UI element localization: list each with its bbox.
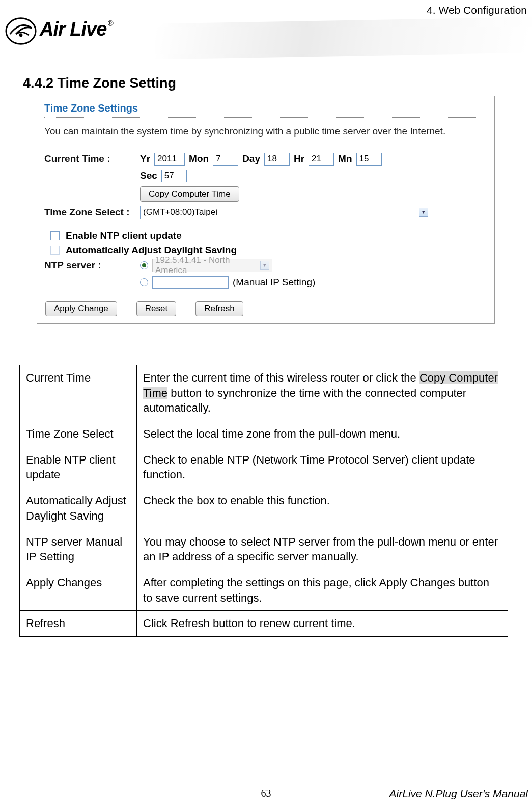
hr-label: Hr — [294, 153, 304, 165]
copy-computer-time-button[interactable]: Copy Computer Time — [140, 186, 239, 202]
enable-ntp-label: Enable NTP client update — [66, 230, 182, 241]
table-row: Refresh Click Refresh button to renew cu… — [20, 611, 508, 637]
param-desc: You may choose to select NTP server from… — [137, 529, 508, 570]
dst-row: Automatically Adjust Daylight Saving — [50, 245, 487, 256]
refresh-button[interactable]: Refresh — [195, 301, 243, 316]
current-time-row: Current Time : Yr Mon Day Hr Mn — [44, 153, 487, 166]
footer-title: AirLive N.Plug User's Manual — [389, 788, 528, 800]
param-desc: Select the local time zone from the pull… — [137, 421, 508, 447]
param-desc: Click Refresh button to renew current ti… — [137, 611, 508, 637]
enable-ntp-row: Enable NTP client update — [50, 230, 487, 241]
ntp-preset-radio[interactable] — [140, 261, 148, 269]
mn-input[interactable] — [356, 153, 382, 166]
ntp-manual-row: (Manual IP Setting) — [44, 276, 487, 289]
sec-input[interactable] — [161, 170, 187, 182]
registered-icon: ® — [107, 19, 113, 27]
timezone-select[interactable]: (GMT+08:00)Taipei ▾ — [140, 206, 431, 219]
header-gradient — [155, 17, 532, 60]
page: 4. Web Configuration Air Live® 4.4.2 Tim… — [0, 0, 532, 812]
ntp-preset-select[interactable]: 192.5.41.41 - North America ▾ — [152, 259, 272, 272]
button-row: Apply Change Reset Refresh — [45, 301, 487, 316]
param-desc: After completing the settings on this pa… — [137, 570, 508, 610]
sec-label: Sec — [140, 170, 157, 181]
ntp-manual-radio[interactable] — [140, 278, 148, 286]
param-desc: Check to enable NTP (Network Time Protoc… — [137, 447, 508, 488]
ntp-manual-input[interactable] — [152, 276, 229, 289]
yr-label: Yr — [140, 153, 150, 165]
reset-button[interactable]: Reset — [136, 301, 176, 316]
param-desc: Check the box to enable this function. — [137, 488, 508, 529]
param-name: Time Zone Select — [20, 421, 137, 447]
current-time-row2: Sec — [44, 170, 487, 182]
param-name: Apply Changes — [20, 570, 137, 610]
breadcrumb: 4. Web Configuration — [427, 4, 527, 16]
table-row: Apply Changes After completing the setti… — [20, 570, 508, 610]
param-desc: Enter the current time of this wireless … — [137, 365, 508, 421]
param-name: Automatically Adjust Daylight Saving — [20, 488, 137, 529]
mon-input[interactable] — [213, 153, 238, 166]
table-row: Enable NTP client update Check to enable… — [20, 447, 508, 488]
table-row: NTP server Manual IP Setting You may cho… — [20, 529, 508, 570]
mon-label: Mon — [189, 153, 209, 165]
ntp-preset-value: 192.5.41.41 - North America — [155, 255, 260, 276]
section-heading: 4.4.2 Time Zone Setting — [23, 75, 176, 91]
description-table: Current Time Enter the current time of t… — [19, 365, 508, 637]
param-name: NTP server Manual IP Setting — [20, 529, 137, 570]
param-name: Enable NTP client update — [20, 447, 137, 488]
dst-checkbox[interactable] — [50, 246, 60, 255]
svg-point-1 — [19, 33, 23, 37]
param-name: Refresh — [20, 611, 137, 637]
table-row: Automatically Adjust Daylight Saving Che… — [20, 488, 508, 529]
param-name: Current Time — [20, 365, 137, 421]
table-row: Time Zone Select Select the local time z… — [20, 421, 508, 447]
enable-ntp-checkbox[interactable] — [50, 231, 60, 240]
logo-swirl-icon — [5, 15, 37, 47]
screenshot-panel: Time Zone Settings You can maintain the … — [37, 96, 495, 324]
chevron-down-icon: ▾ — [419, 208, 428, 217]
timezone-row: Time Zone Select : (GMT+08:00)Taipei ▾ — [44, 206, 487, 219]
chevron-down-icon: ▾ — [260, 261, 269, 270]
day-input[interactable] — [264, 153, 290, 166]
copy-time-row: Copy Computer Time — [44, 186, 487, 202]
logo: Air Live® — [5, 15, 111, 47]
panel-title: Time Zone Settings — [44, 102, 487, 118]
timezone-value: (GMT+08:00)Taipei — [143, 207, 217, 218]
yr-input[interactable] — [154, 153, 185, 166]
table-row: Current Time Enter the current time of t… — [20, 365, 508, 421]
panel-intro: You can maintain the system time by sync… — [44, 125, 487, 139]
apply-change-button[interactable]: Apply Change — [45, 301, 117, 316]
ntp-server-row: NTP server : 192.5.41.41 - North America… — [44, 259, 487, 272]
day-label: Day — [242, 153, 260, 165]
dst-label: Automatically Adjust Daylight Saving — [66, 245, 237, 256]
current-time-label: Current Time : — [44, 153, 136, 165]
timezone-label: Time Zone Select : — [44, 207, 136, 218]
hr-input[interactable] — [309, 153, 334, 166]
svg-point-0 — [6, 18, 36, 44]
mn-label: Mn — [338, 153, 352, 165]
ntp-manual-label: (Manual IP Setting) — [233, 277, 315, 288]
ntp-server-label: NTP server : — [44, 260, 136, 271]
logo-text: Air Live® — [40, 15, 111, 39]
